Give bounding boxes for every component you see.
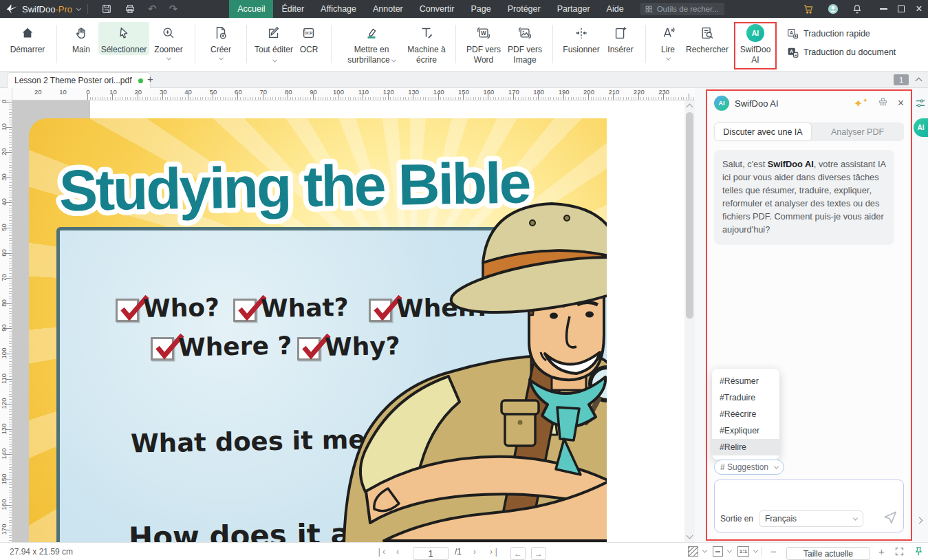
app-menu-caret-icon[interactable] bbox=[76, 6, 81, 10]
suggestion-resumer[interactable]: #Résumer bbox=[712, 373, 779, 389]
menu-partager[interactable]: Partager bbox=[549, 0, 598, 18]
window-minimize-button[interactable] bbox=[874, 0, 892, 18]
ocr-button[interactable]: OCR OCR bbox=[294, 22, 324, 55]
pin-toolbar-icon[interactable] bbox=[914, 543, 924, 560]
ai-greeting-message: Salut, c'est SwifDoo AI, votre assistant… bbox=[714, 150, 894, 245]
select-tool-button[interactable]: Sélectionner bbox=[98, 22, 149, 55]
previous-view-button[interactable]: ← bbox=[510, 547, 526, 560]
redo-icon[interactable]: ↷ bbox=[169, 3, 178, 15]
highlight-button[interactable]: Mettre en surbrillance bbox=[338, 22, 404, 65]
suggestion-reecrire[interactable]: #Réécrire bbox=[712, 406, 779, 422]
collapse-ribbon-icon[interactable] bbox=[916, 78, 922, 85]
app-name[interactable]: SwifDoo-Pro bbox=[22, 4, 72, 14]
next-page-button[interactable]: › bbox=[473, 543, 476, 560]
swifdoo-ai-button[interactable]: AI SwifDoo AI bbox=[734, 22, 777, 69]
document-tab[interactable]: Lesson 2 Theme Poster ori...pdf bbox=[7, 72, 151, 88]
document-canvas[interactable]: Studying the Bible Who? What? When? Wher… bbox=[12, 100, 695, 542]
search-document-button[interactable]: Rechercher bbox=[683, 22, 731, 55]
vertical-scrollbar[interactable] bbox=[684, 100, 695, 542]
document-translate-button[interactable]: A Traduction du document bbox=[786, 46, 896, 58]
ai-panel-tabs: Discuter avec une IA Analyser PDF bbox=[714, 122, 904, 141]
close-panel-icon[interactable]: × bbox=[898, 97, 904, 109]
zoom-out-button[interactable]: − bbox=[770, 543, 777, 560]
vertical-ruler: 0102030405060708090100110120130140150160… bbox=[0, 100, 12, 542]
edit-square-icon bbox=[266, 24, 281, 42]
page-layout-button[interactable] bbox=[713, 543, 731, 560]
create-button[interactable]: Créer bbox=[202, 22, 239, 61]
thumbnail-count-badge: 1 bbox=[894, 74, 909, 85]
home-button[interactable]: Démarrer bbox=[6, 22, 50, 55]
edit-all-button[interactable]: Tout éditer bbox=[254, 22, 294, 65]
menu-page[interactable]: Page bbox=[463, 0, 499, 18]
page-total-label: /1 bbox=[455, 543, 462, 560]
tool-search-input[interactable]: Outils de recher... bbox=[640, 3, 724, 15]
pdf-to-image-button[interactable]: PDF vers Image bbox=[504, 22, 546, 65]
last-page-button[interactable]: ›❘ bbox=[490, 543, 499, 560]
menu-accueil[interactable]: Accueil bbox=[229, 0, 273, 18]
panel-settings-icon[interactable] bbox=[915, 98, 926, 111]
window-close-button[interactable]: × bbox=[910, 0, 928, 18]
notification-bell-icon[interactable] bbox=[852, 3, 863, 14]
print-icon[interactable] bbox=[125, 3, 136, 14]
account-avatar[interactable] bbox=[827, 3, 839, 15]
scrollbar-thumb[interactable] bbox=[686, 112, 693, 319]
previous-page-button[interactable]: ‹ bbox=[396, 543, 399, 560]
ai-avatar-icon: AI bbox=[714, 96, 729, 111]
divider bbox=[56, 25, 57, 63]
menu-annoter[interactable]: Annoter bbox=[365, 0, 411, 18]
merge-button[interactable]: Fusionner bbox=[560, 22, 603, 55]
menu-proteger[interactable]: Protéger bbox=[499, 0, 549, 18]
insert-button[interactable]: Insérer bbox=[603, 22, 638, 55]
ai-prompt-input[interactable]: Sortie en Français bbox=[714, 480, 904, 532]
hand-tool-button[interactable]: Main bbox=[64, 22, 98, 55]
pdf-to-word-button[interactable]: W PDF vers Word bbox=[463, 22, 504, 65]
sparkle-icon[interactable]: ✦✦ bbox=[854, 97, 868, 110]
typewriter-button[interactable]: Machine à écrire bbox=[404, 22, 449, 65]
cart-icon[interactable] bbox=[803, 3, 814, 15]
menu-aide[interactable]: Aide bbox=[598, 0, 632, 18]
scroll-down-arrow[interactable] bbox=[687, 532, 693, 539]
tab-chat-with-ai[interactable]: Discuter avec une IA bbox=[715, 123, 811, 140]
zoom-dropdown-caret[interactable] bbox=[166, 56, 171, 61]
scroll-up-arrow[interactable] bbox=[687, 104, 693, 111]
background-pattern-icon bbox=[688, 546, 698, 557]
ai-floating-badge[interactable]: AI bbox=[914, 118, 928, 137]
read-button[interactable]: Lire bbox=[653, 22, 683, 61]
first-page-button[interactable]: ❘‹ bbox=[376, 543, 385, 560]
zoom-ratio-button[interactable]: 1:1 bbox=[737, 543, 757, 560]
output-language-select[interactable]: Français bbox=[759, 510, 863, 527]
window-maximize-button[interactable] bbox=[892, 0, 910, 18]
create-dropdown-caret[interactable] bbox=[218, 56, 223, 61]
send-button[interactable] bbox=[883, 510, 898, 528]
menu-affichage[interactable]: Affichage bbox=[312, 0, 365, 18]
new-tab-button[interactable]: + bbox=[147, 73, 153, 85]
suggestion-relire[interactable]: #Relire bbox=[712, 439, 779, 455]
save-icon[interactable] bbox=[101, 3, 112, 14]
fullscreen-button[interactable] bbox=[894, 543, 905, 560]
page-number-input[interactable]: 1 bbox=[413, 547, 449, 560]
suggestion-dropdown-button[interactable]: # Suggestion bbox=[714, 460, 784, 475]
clear-chat-icon[interactable] bbox=[878, 97, 888, 110]
fit-size-button[interactable]: Taille actuelle bbox=[786, 547, 870, 560]
edit-all-dropdown-caret[interactable] bbox=[272, 58, 277, 63]
highlight-dropdown-caret[interactable] bbox=[391, 58, 396, 63]
divider bbox=[87, 4, 88, 14]
tab-analyze-pdf[interactable]: Analyser PDF bbox=[811, 127, 904, 137]
zoom-in-button[interactable]: + bbox=[878, 543, 885, 560]
menu-convertir[interactable]: Convertir bbox=[411, 0, 463, 18]
zoom-tool-button[interactable]: Zoomer bbox=[149, 22, 188, 61]
ribbon-toolbar: Démarrer Main Sélectionner Zoomer Créer … bbox=[0, 18, 928, 72]
undo-icon[interactable]: ↶ bbox=[148, 3, 157, 15]
one-to-one-icon: 1:1 bbox=[737, 546, 749, 557]
suggestion-expliquer[interactable]: #Expliquer bbox=[712, 422, 779, 439]
menu-editer[interactable]: Éditer bbox=[273, 0, 312, 18]
divider bbox=[645, 25, 646, 63]
titlebar-right: × bbox=[797, 0, 928, 18]
page-layout-icon bbox=[713, 546, 723, 557]
quick-translate-button[interactable]: A Traduction rapide bbox=[786, 28, 896, 40]
background-mode-button[interactable] bbox=[688, 543, 706, 560]
next-view-button[interactable]: → bbox=[531, 547, 546, 560]
divider bbox=[195, 25, 195, 63]
read-dropdown-caret[interactable] bbox=[665, 56, 670, 61]
suggestion-traduire[interactable]: #Traduire bbox=[712, 389, 779, 406]
